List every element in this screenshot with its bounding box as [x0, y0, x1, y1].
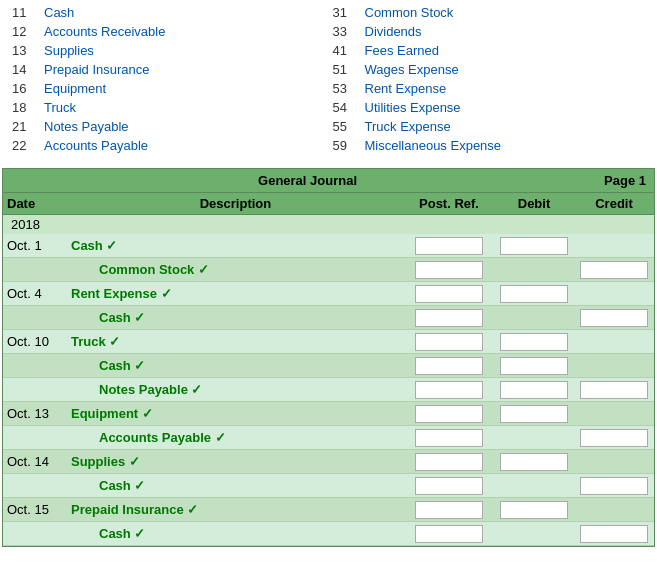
ref-cell[interactable] — [404, 451, 494, 473]
acct-num: 14 — [12, 62, 36, 77]
acct-name: Truck Expense — [365, 119, 451, 134]
acct-name: Common Stock — [365, 5, 454, 20]
date-cell — [3, 268, 67, 272]
ref-cell[interactable] — [404, 235, 494, 257]
acct-num: 55 — [333, 119, 357, 134]
account-item-right: 55Truck Expense — [329, 118, 650, 135]
account-item-left: 18Truck — [8, 99, 329, 116]
debit-cell[interactable] — [494, 403, 574, 425]
debit-input[interactable] — [500, 357, 568, 375]
debit-cell[interactable] — [494, 235, 574, 257]
desc-cell: Supplies ✓ — [67, 452, 404, 471]
account-item-left: 11Cash — [8, 4, 329, 21]
credit-input[interactable] — [580, 309, 648, 327]
debit-cell[interactable] — [494, 331, 574, 353]
ref-cell[interactable] — [404, 499, 494, 521]
year-label: 2018 — [11, 217, 40, 232]
acct-name: Fees Earned — [365, 43, 439, 58]
debit-cell[interactable] — [494, 499, 574, 521]
ref-input[interactable] — [415, 453, 483, 471]
ref-input[interactable] — [415, 237, 483, 255]
table-row: Notes Payable ✓ — [3, 378, 654, 402]
table-row: Oct. 14Supplies ✓ — [3, 450, 654, 474]
credit-input[interactable] — [580, 381, 648, 399]
acct-name: Cash — [44, 5, 74, 20]
debit-cell[interactable] — [494, 451, 574, 473]
ref-input[interactable] — [415, 501, 483, 519]
desc-cell: Cash ✓ — [67, 356, 404, 375]
debit-cell — [494, 316, 574, 320]
date-cell — [3, 388, 67, 392]
table-row: Cash ✓ — [3, 474, 654, 498]
debit-input[interactable] — [500, 285, 568, 303]
ref-input[interactable] — [415, 285, 483, 303]
journal-header: General Journal Page 1 — [3, 169, 654, 192]
credit-cell[interactable] — [574, 379, 654, 401]
debit-input[interactable] — [500, 381, 568, 399]
ref-cell[interactable] — [404, 259, 494, 281]
debit-input[interactable] — [500, 333, 568, 351]
desc-cell: Prepaid Insurance ✓ — [67, 500, 404, 519]
account-item-right: 53Rent Expense — [329, 80, 650, 97]
ref-input[interactable] — [415, 405, 483, 423]
ref-cell[interactable] — [404, 331, 494, 353]
credit-input[interactable] — [580, 429, 648, 447]
debit-input[interactable] — [500, 453, 568, 471]
acct-name: Wages Expense — [365, 62, 459, 77]
acct-num: 33 — [333, 24, 357, 39]
acct-num: 22 — [12, 138, 36, 153]
credit-cell[interactable] — [574, 259, 654, 281]
debit-cell[interactable] — [494, 355, 574, 377]
ref-cell[interactable] — [404, 283, 494, 305]
credit-input[interactable] — [580, 525, 648, 543]
acct-name: Dividends — [365, 24, 422, 39]
date-cell: Oct. 14 — [3, 452, 67, 471]
ref-cell[interactable] — [404, 355, 494, 377]
credit-input[interactable] — [580, 477, 648, 495]
acct-name: Utilities Expense — [365, 100, 461, 115]
ref-cell[interactable] — [404, 403, 494, 425]
credit-cell — [574, 292, 654, 296]
ref-input[interactable] — [415, 333, 483, 351]
debit-input[interactable] — [500, 237, 568, 255]
ref-cell[interactable] — [404, 307, 494, 329]
credit-input[interactable] — [580, 261, 648, 279]
col-debit: Debit — [494, 193, 574, 214]
journal-title: General Journal — [11, 173, 604, 188]
ref-input[interactable] — [415, 525, 483, 543]
credit-cell — [574, 364, 654, 368]
column-headers: Date Description Post. Ref. Debit Credit — [3, 192, 654, 215]
debit-input[interactable] — [500, 405, 568, 423]
debit-cell[interactable] — [494, 379, 574, 401]
ref-cell[interactable] — [404, 427, 494, 449]
ref-cell[interactable] — [404, 475, 494, 497]
credit-cell[interactable] — [574, 475, 654, 497]
ref-cell[interactable] — [404, 379, 494, 401]
col-credit: Credit — [574, 193, 654, 214]
account-item-right: 33Dividends — [329, 23, 650, 40]
credit-cell[interactable] — [574, 427, 654, 449]
account-item-right: 41Fees Earned — [329, 42, 650, 59]
ref-cell[interactable] — [404, 523, 494, 545]
date-cell: Oct. 13 — [3, 404, 67, 423]
ref-input[interactable] — [415, 429, 483, 447]
acct-name: Prepaid Insurance — [44, 62, 150, 77]
acct-num: 41 — [333, 43, 357, 58]
page-label: Page 1 — [604, 173, 646, 188]
general-journal: General Journal Page 1 Date Description … — [2, 168, 655, 547]
desc-cell: Cash ✓ — [67, 524, 404, 543]
credit-cell[interactable] — [574, 307, 654, 329]
ref-input[interactable] — [415, 381, 483, 399]
account-item-right: 59Miscellaneous Expense — [329, 137, 650, 154]
credit-cell[interactable] — [574, 523, 654, 545]
acct-name: Truck — [44, 100, 76, 115]
debit-cell[interactable] — [494, 283, 574, 305]
ref-input[interactable] — [415, 309, 483, 327]
ref-input[interactable] — [415, 477, 483, 495]
acct-name: Supplies — [44, 43, 94, 58]
table-row: Oct. 1Cash ✓ — [3, 234, 654, 258]
ref-input[interactable] — [415, 261, 483, 279]
ref-input[interactable] — [415, 357, 483, 375]
table-row: Oct. 10Truck ✓ — [3, 330, 654, 354]
debit-input[interactable] — [500, 501, 568, 519]
